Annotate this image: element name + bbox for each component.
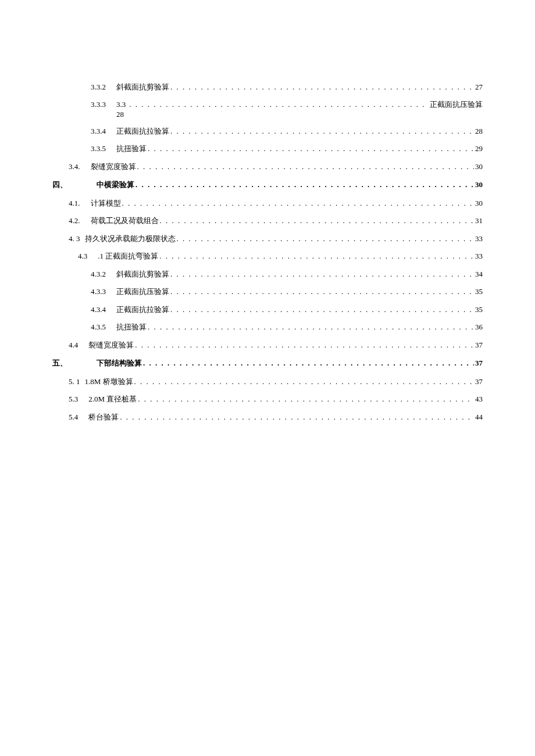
toc-entry: 5. 11.8M 桥墩验算. . . . . . . . . . . . . .… xyxy=(52,376,483,388)
toc-entry: 4.3.2斜截面抗剪验算. . . . . . . . . . . . . . … xyxy=(52,268,483,280)
toc-page-number: 30 xyxy=(474,198,483,209)
toc-entry: 4.2.荷载工况及荷载组合. . . . . . . . . . . . . .… xyxy=(52,215,483,227)
toc-number: 5.4 xyxy=(69,411,88,423)
toc-leader: . . . . . . . . . . . . . . . . . . . . … xyxy=(147,143,474,155)
toc-page-number: 36 xyxy=(474,321,483,333)
toc-leader: . . . . . . . . . . . . . . . . . . . . … xyxy=(169,286,474,298)
toc-entry: 五、下部结构验算. . . . . . . . . . . . . . . . … xyxy=(52,357,483,369)
toc-number: 4.4 xyxy=(69,339,88,351)
toc-entry: 3.3.4正截面抗拉验算. . . . . . . . . . . . . . … xyxy=(52,126,483,137)
toc-entry: 5.4桥台验算. . . . . . . . . . . . . . . . .… xyxy=(52,411,483,423)
toc-number: 4.3 xyxy=(78,250,98,262)
toc-number: 3.3.2 xyxy=(91,81,116,93)
toc-number: 4.3.2 xyxy=(91,268,116,280)
toc-title: 抗扭验算 xyxy=(116,143,147,155)
toc-page-number: 37 xyxy=(474,376,483,388)
toc-title: .1 正截面抗弯验算 xyxy=(98,250,158,262)
toc-entry: 4.3.4正截面抗拉验算. . . . . . . . . . . . . . … xyxy=(52,304,483,316)
toc-page-number: 35 xyxy=(474,304,483,316)
toc-number: 五、 xyxy=(52,357,97,369)
toc-page-number: 31 xyxy=(474,215,483,227)
toc-title: 持久状况承载能力极限状态 xyxy=(85,233,176,245)
toc-page-number: 37 xyxy=(474,339,483,351)
toc-title: 斜截面抗剪验算 xyxy=(116,268,169,280)
toc-leader: . . . . . . . . . . . . . . . . . . . . … xyxy=(142,357,474,369)
toc-page-number: 33 xyxy=(474,250,483,262)
toc-number: 3.3.4 xyxy=(91,126,116,137)
toc-leader: . . . . . . . . . . . . . . . . . . . . … xyxy=(136,161,475,173)
toc-page-number: 44 xyxy=(474,411,483,423)
toc-title: 正截面抗拉验算 xyxy=(116,126,169,137)
toc-page-number: 27 xyxy=(474,81,483,93)
toc-entry: 3.3.5抗扭验算. . . . . . . . . . . . . . . .… xyxy=(52,143,483,155)
toc-page-number: 37 xyxy=(474,357,483,369)
toc-page-number: 43 xyxy=(474,393,483,405)
toc-page-number: 34 xyxy=(474,268,483,280)
toc-page-number: 28 xyxy=(474,126,483,137)
toc-entry: 3.3.33.3. . . . . . . . . . . . . . . . … xyxy=(52,99,483,119)
toc-title: 1.8M 桥墩验算 xyxy=(85,376,133,388)
toc-page-number: 30 xyxy=(474,179,483,191)
toc-leader: . . . . . . . . . . . . . . . . . . . . … xyxy=(158,250,474,262)
toc-leader: . . . . . . . . . . . . . . . . . . . . … xyxy=(134,339,474,351)
toc-title: 桥台验算 xyxy=(88,411,119,423)
toc-number: 四、 xyxy=(52,179,97,191)
toc-number: 3.3.5 xyxy=(91,143,116,155)
toc-number: 4. 3 xyxy=(69,233,85,245)
toc-number: 4.1. xyxy=(69,198,91,209)
toc-title: 抗扭验算 xyxy=(116,321,147,333)
toc-entry: 4.3.3正截面抗压验算. . . . . . . . . . . . . . … xyxy=(52,286,483,298)
toc-leader: . . . . . . . . . . . . . . . . . . . . … xyxy=(134,179,474,191)
toc-leader: . . . . . . . . . . . . . . . . . . . . … xyxy=(119,411,474,423)
toc-page-number: 30 xyxy=(474,161,483,173)
toc-page-number: 28 xyxy=(52,110,483,119)
toc-title: 中横梁验算 xyxy=(97,179,134,191)
toc-number: 5.3 xyxy=(69,393,88,405)
toc-title: 斜截面抗剪验算 xyxy=(116,81,169,93)
toc-number: 3.4. xyxy=(69,161,91,173)
toc-number: 4.3.3 xyxy=(91,286,116,298)
toc-leader: . . . . . . . . . . . . . . . . . . . . … xyxy=(176,233,475,245)
toc-entry: 4.1.计算模型. . . . . . . . . . . . . . . . … xyxy=(52,198,483,209)
table-of-contents: 3.3.2斜截面抗剪验算. . . . . . . . . . . . . . … xyxy=(52,81,483,422)
toc-number: 4.2. xyxy=(69,215,91,227)
toc-leader: . . . . . . . . . . . . . . . . . . . . … xyxy=(169,81,474,93)
toc-number-secondary: 3.3 xyxy=(116,100,128,109)
toc-entry: 4.4裂缝宽度验算. . . . . . . . . . . . . . . .… xyxy=(52,339,483,351)
toc-entry: 5.32.0M 直径桩基. . . . . . . . . . . . . . … xyxy=(52,393,483,405)
toc-page-number: 35 xyxy=(474,286,483,298)
toc-title: 正截面抗压验算 xyxy=(116,286,169,298)
toc-entry: 4.3.5抗扭验算. . . . . . . . . . . . . . . .… xyxy=(52,321,483,333)
toc-title: 2.0M 直径桩基 xyxy=(88,393,137,405)
toc-entry: 3.4.裂缝宽度验算. . . . . . . . . . . . . . . … xyxy=(52,161,483,173)
toc-leader: . . . . . . . . . . . . . . . . . . . . … xyxy=(169,268,474,280)
toc-title: 正截面抗压验算 xyxy=(429,99,483,110)
toc-leader: . . . . . . . . . . . . . . . . . . . . … xyxy=(128,100,429,109)
toc-title: 计算模型 xyxy=(91,198,121,209)
toc-leader: . . . . . . . . . . . . . . . . . . . . … xyxy=(133,376,474,388)
toc-title: 裂缝宽度验算 xyxy=(91,161,136,173)
toc-title: 裂缝宽度验算 xyxy=(88,339,134,351)
toc-number: 5. 1 xyxy=(69,376,85,388)
toc-number: 4.3.4 xyxy=(91,304,116,316)
toc-entry: 4.3.1 正截面抗弯验算. . . . . . . . . . . . . .… xyxy=(52,250,483,262)
toc-entry: 四、中横梁验算. . . . . . . . . . . . . . . . .… xyxy=(52,179,483,191)
toc-title: 荷载工况及荷载组合 xyxy=(91,215,159,227)
toc-title: 下部结构验算 xyxy=(97,357,142,369)
toc-leader: . . . . . . . . . . . . . . . . . . . . … xyxy=(147,321,474,333)
toc-page-number: 33 xyxy=(474,233,483,245)
toc-leader: . . . . . . . . . . . . . . . . . . . . … xyxy=(159,215,475,227)
toc-entry: 3.3.2斜截面抗剪验算. . . . . . . . . . . . . . … xyxy=(52,81,483,93)
toc-leader: . . . . . . . . . . . . . . . . . . . . … xyxy=(169,304,474,316)
toc-leader: . . . . . . . . . . . . . . . . . . . . … xyxy=(169,126,474,137)
toc-leader: . . . . . . . . . . . . . . . . . . . . … xyxy=(137,393,474,405)
toc-number: 3.3.3 xyxy=(91,100,116,109)
toc-leader: . . . . . . . . . . . . . . . . . . . . … xyxy=(121,198,475,209)
toc-entry: 4. 3持久状况承载能力极限状态. . . . . . . . . . . . … xyxy=(52,233,483,245)
toc-title: 正截面抗拉验算 xyxy=(116,304,169,316)
toc-page-number: 29 xyxy=(474,143,483,155)
toc-number: 4.3.5 xyxy=(91,321,116,333)
